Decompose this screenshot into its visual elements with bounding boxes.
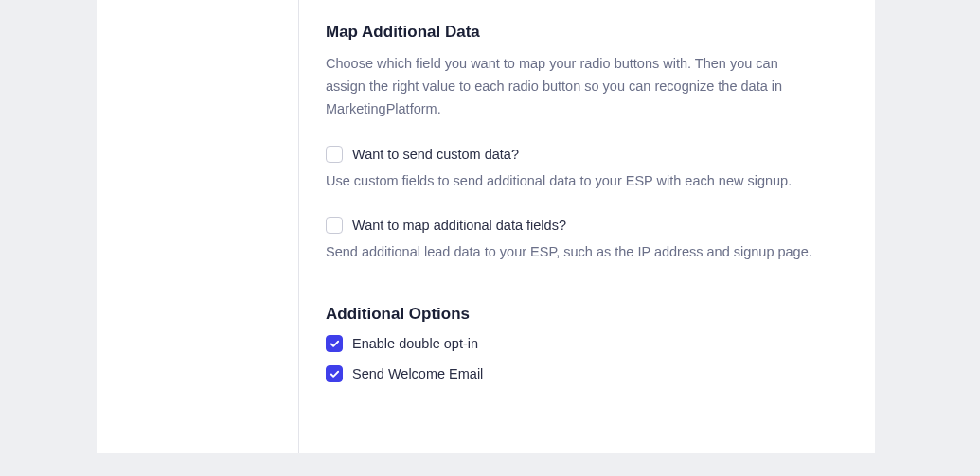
custom-data-help: Use custom fields to send additional dat… [326,170,848,192]
double-optin-label: Enable double opt-in [352,336,478,351]
welcome-email-label: Send Welcome Email [352,366,483,381]
check-icon [330,369,340,379]
welcome-email-row: Send Welcome Email [326,365,848,382]
custom-data-checkbox[interactable] [326,146,343,163]
map-additional-data-heading: Map Additional Data [326,23,848,42]
map-additional-data-description: Choose which field you want to map your … [326,53,818,121]
settings-panel: Map Additional Data Choose which field y… [97,0,875,453]
double-optin-row: Enable double opt-in [326,335,848,352]
custom-data-row: Want to send custom data? [326,146,848,163]
additional-options-heading: Additional Options [326,305,848,324]
custom-data-label: Want to send custom data? [352,147,519,162]
check-icon [330,339,340,349]
map-fields-checkbox[interactable] [326,217,343,234]
welcome-email-checkbox[interactable] [326,365,343,382]
map-fields-help: Send additional lead data to your ESP, s… [326,241,848,263]
map-fields-label: Want to map additional data fields? [352,218,566,233]
custom-data-option: Want to send custom data? Use custom fie… [326,146,848,192]
additional-options-section: Additional Options Enable double opt-in … [326,305,848,382]
double-optin-checkbox[interactable] [326,335,343,352]
map-fields-row: Want to map additional data fields? [326,217,848,234]
left-column [97,0,299,453]
map-fields-option: Want to map additional data fields? Send… [326,217,848,263]
right-column: Map Additional Data Choose which field y… [299,0,875,453]
